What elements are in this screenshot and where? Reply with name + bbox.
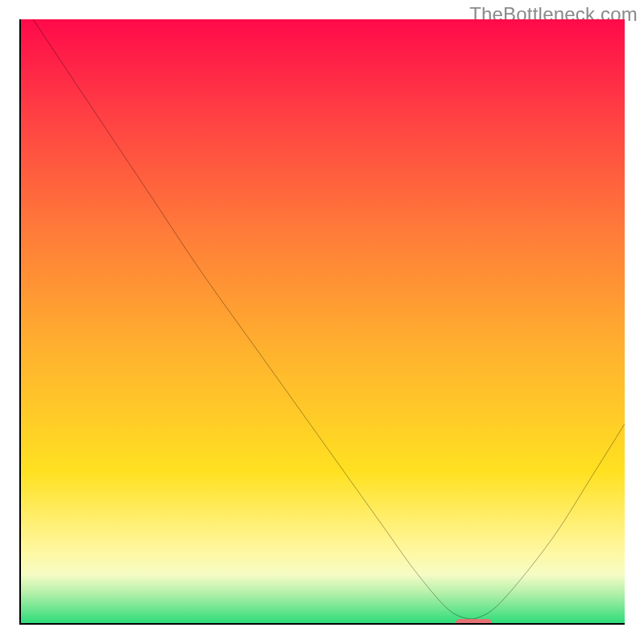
plot-area <box>19 19 625 625</box>
optimal-range-marker <box>456 619 492 625</box>
chart-container: TheBottleneck.com <box>0 0 644 644</box>
heatmap-gradient <box>21 19 625 623</box>
